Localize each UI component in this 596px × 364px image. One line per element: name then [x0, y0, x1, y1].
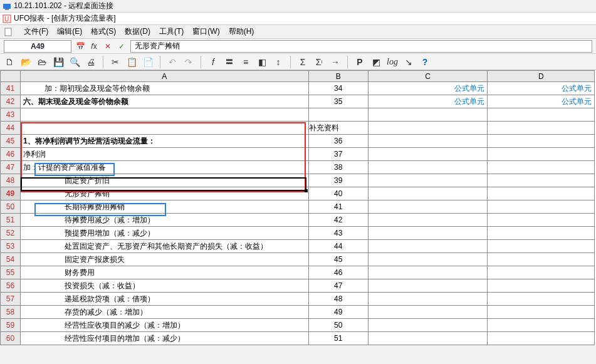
- cell-d[interactable]: [488, 200, 595, 214]
- row-header[interactable]: 46: [1, 148, 21, 161]
- cell-c[interactable]: [368, 253, 488, 266]
- cell-a[interactable]: 待摊费用减少（减：增加）: [21, 214, 308, 227]
- cell-b[interactable]: 47: [308, 279, 368, 293]
- cell-c[interactable]: [368, 187, 488, 200]
- cell-a[interactable]: 处置固定资产、无形资产和其他长期资产的损失（减：收益）: [21, 240, 308, 253]
- row-header[interactable]: 49: [1, 187, 21, 200]
- row-header[interactable]: 47: [1, 161, 21, 174]
- spreadsheet[interactable]: A B C D 41加：期初现金及现金等价物余额34公式单元公式单元42六、期末…: [0, 70, 595, 345]
- menu-edit[interactable]: 编辑(E): [57, 26, 82, 37]
- tb-sort-icon[interactable]: ↕: [273, 56, 284, 68]
- menu-data[interactable]: 数据(D): [125, 26, 150, 37]
- table-row[interactable]: 46净利润37: [1, 148, 595, 161]
- cell-d[interactable]: 公式单元: [488, 82, 595, 95]
- cell-d[interactable]: [488, 266, 595, 279]
- cell-a[interactable]: 固定资产报废损失: [21, 253, 308, 266]
- cell-d[interactable]: [488, 174, 595, 187]
- tb-open2-icon[interactable]: 🗁: [36, 56, 48, 68]
- cell-a[interactable]: 递延税款贷项（减：借项）: [21, 293, 308, 306]
- col-header-c[interactable]: C: [368, 71, 488, 82]
- menu-window[interactable]: 窗口(W): [192, 26, 219, 37]
- cell-c[interactable]: [368, 174, 488, 187]
- cell-d[interactable]: [488, 306, 595, 319]
- cell-b[interactable]: 35: [308, 95, 368, 108]
- tb-preview-icon[interactable]: 🔍: [69, 56, 80, 68]
- tb-split-icon[interactable]: ◧: [256, 56, 268, 68]
- row-header[interactable]: 58: [1, 306, 21, 319]
- table-row[interactable]: 55财务费用46: [1, 266, 595, 279]
- cell-c[interactable]: 公式单元: [368, 82, 488, 95]
- row-header[interactable]: 54: [1, 253, 21, 266]
- table-row[interactable]: 42六、期末现金及现金等价物余额35公式单元公式单元: [1, 95, 595, 108]
- cancel-icon[interactable]: ✕: [103, 41, 113, 51]
- table-row[interactable]: 52预提费用增加（减：减少）43: [1, 227, 595, 240]
- cell-b[interactable]: 37: [308, 148, 368, 161]
- table-row[interactable]: 54固定资产报废损失45: [1, 253, 595, 266]
- cell-b[interactable]: 补充资料: [308, 122, 368, 135]
- cell-b[interactable]: 44: [308, 240, 368, 253]
- corner-cell[interactable]: [1, 71, 21, 82]
- cell-c[interactable]: [368, 293, 488, 306]
- row-header[interactable]: 56: [1, 279, 21, 293]
- col-header-b[interactable]: B: [308, 71, 368, 82]
- cell-a[interactable]: [21, 122, 308, 135]
- cell-b[interactable]: 39: [308, 174, 368, 187]
- cell-b[interactable]: 42: [308, 214, 368, 227]
- row-header[interactable]: 59: [1, 319, 21, 332]
- fx-icon[interactable]: fx: [89, 41, 99, 51]
- row-header[interactable]: 50: [1, 200, 21, 214]
- cell-d[interactable]: [488, 293, 595, 306]
- cell-c[interactable]: [368, 214, 488, 227]
- cell-d[interactable]: [488, 279, 595, 293]
- row-header[interactable]: 53: [1, 240, 21, 253]
- col-header-d[interactable]: D: [488, 71, 595, 82]
- cell-a[interactable]: 净利润: [21, 148, 308, 161]
- tb-halign-icon[interactable]: 〓: [224, 56, 235, 68]
- cell-b[interactable]: 46: [308, 266, 368, 279]
- tb-new-icon[interactable]: 🗋: [4, 56, 15, 68]
- cell-c[interactable]: 公式单元: [368, 95, 488, 108]
- tb-open-icon[interactable]: 📂: [20, 56, 31, 68]
- cell-b[interactable]: [308, 108, 368, 122]
- cell-a[interactable]: 投资损失（减：收益）: [21, 279, 308, 293]
- tb-sigma-icon[interactable]: Σ: [297, 56, 308, 68]
- tb-undo-icon[interactable]: ↶: [167, 56, 178, 68]
- cell-b[interactable]: 36: [308, 135, 368, 148]
- cell-c[interactable]: [368, 240, 488, 253]
- table-row[interactable]: 49无形资产摊销40: [1, 187, 595, 200]
- tb-fn-icon[interactable]: f: [207, 56, 219, 68]
- table-row[interactable]: 53处置固定资产、无形资产和其他长期资产的损失（减：收益）44: [1, 240, 595, 253]
- cell-c[interactable]: [368, 161, 488, 174]
- cell-c[interactable]: [368, 108, 488, 122]
- cell-c[interactable]: [368, 148, 488, 161]
- row-header[interactable]: 48: [1, 174, 21, 187]
- cell-b[interactable]: 41: [308, 200, 368, 214]
- tb-redo-icon[interactable]: ↷: [183, 56, 194, 68]
- cell-c[interactable]: [368, 332, 488, 345]
- cell-reference-box[interactable]: A49: [4, 40, 71, 53]
- tb-trace-icon[interactable]: ↘: [403, 56, 414, 68]
- cell-b[interactable]: 34: [308, 82, 368, 95]
- cell-c[interactable]: [368, 135, 488, 148]
- cell-a[interactable]: 加：计提的资产减值准备: [21, 161, 308, 174]
- table-row[interactable]: 43: [1, 108, 595, 122]
- cell-a[interactable]: 经营性应收项目的减少（减：增加）: [21, 319, 308, 332]
- tb-save-icon[interactable]: 💾: [53, 56, 64, 68]
- confirm-icon[interactable]: ✓: [117, 41, 127, 51]
- cell-b[interactable]: 48: [308, 293, 368, 306]
- cell-d[interactable]: 公式单元: [488, 95, 595, 108]
- tb-p-icon[interactable]: P: [354, 56, 365, 68]
- row-header[interactable]: 51: [1, 214, 21, 227]
- cell-b[interactable]: 45: [308, 253, 368, 266]
- cell-c[interactable]: [368, 279, 488, 293]
- cell-a[interactable]: 预提费用增加（减：减少）: [21, 227, 308, 240]
- row-header[interactable]: 57: [1, 293, 21, 306]
- cell-a[interactable]: 加：期初现金及现金等价物余额: [21, 82, 308, 95]
- cell-d[interactable]: [488, 187, 595, 200]
- table-row[interactable]: 50长期待摊费用摊销41: [1, 200, 595, 214]
- cell-b[interactable]: 51: [308, 332, 368, 345]
- table-row[interactable]: 57递延税款贷项（减：借项）48: [1, 293, 595, 306]
- cell-b[interactable]: 50: [308, 319, 368, 332]
- table-row[interactable]: 58存货的减少（减：增加）49: [1, 306, 595, 319]
- menu-format[interactable]: 格式(S): [91, 26, 116, 37]
